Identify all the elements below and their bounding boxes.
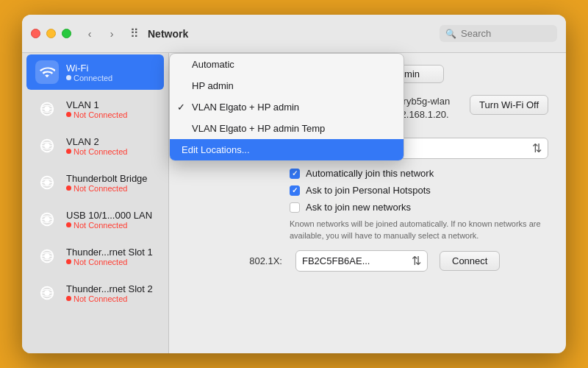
location-dropdown: AutomaticHP adminVLAN Elgato + HP adminV… bbox=[169, 53, 404, 161]
search-icon: 🔍 bbox=[445, 29, 456, 39]
status-text-vlan2: Not Connected bbox=[74, 147, 127, 156]
network-preferences-window: ‹ › ⠿ Network 🔍 Wi-FiConnectedVLAN 1Not … bbox=[22, 15, 566, 353]
sidebar-item-thunderbolt[interactable]: Thunderbolt BridgeNot Connected bbox=[26, 165, 164, 200]
auto-join-checkbox[interactable] bbox=[290, 169, 300, 179]
status-dot-vlan2 bbox=[66, 149, 71, 154]
ask-hotspots-checkbox[interactable] bbox=[290, 185, 300, 196]
sidebar-item-status-vlan1: Not Connected bbox=[66, 110, 127, 119]
sidebar-item-info-wifi: Wi-FiConnected bbox=[66, 63, 112, 82]
traffic-lights bbox=[31, 29, 71, 38]
connect-button[interactable]: Connect bbox=[440, 251, 500, 271]
sidebar-item-name-usb: USB 10/1...000 LAN bbox=[66, 210, 152, 221]
ask-hotspots-row: Ask to join Personal Hotspots bbox=[187, 185, 548, 196]
8021x-value: FB2C5FB6AE... bbox=[302, 255, 370, 266]
status-text-thunder2: Not Connected bbox=[74, 294, 127, 303]
ask-hotspots-label[interactable]: Ask to join Personal Hotspots bbox=[290, 185, 431, 196]
ask-new-networks-checkbox[interactable] bbox=[290, 202, 300, 213]
sidebar-item-name-thunder2: Thunder...rnet Slot 2 bbox=[66, 283, 153, 294]
8021x-select[interactable]: FB2C5FB6AE... ⇅ bbox=[295, 250, 428, 272]
status-dot-thunderbolt bbox=[66, 185, 71, 191]
sidebar-item-name-thunder1: Thunder...rnet Slot 1 bbox=[66, 247, 153, 258]
dropdown-item-1[interactable]: HP admin bbox=[170, 75, 404, 96]
network-icon-thunderbolt bbox=[35, 171, 59, 194]
sidebar-item-status-wifi: Connected bbox=[66, 74, 112, 82]
ask-new-networks-row: Ask to join new networks bbox=[187, 202, 548, 213]
known-networks-description: Known networks will be joined automatica… bbox=[187, 219, 548, 241]
maximize-button[interactable] bbox=[62, 29, 71, 38]
ask-new-networks-label[interactable]: Ask to join new networks bbox=[290, 202, 411, 213]
status-dot-usb bbox=[66, 222, 71, 227]
network-icon-wifi bbox=[35, 60, 59, 84]
grid-icon: ⠿ bbox=[130, 26, 139, 40]
status-text-vlan1: Not Connected bbox=[74, 110, 127, 119]
turn-wifi-button[interactable]: Turn Wi-Fi Off bbox=[470, 95, 548, 115]
sidebar-item-thunder1[interactable]: Thunder...rnet Slot 1Not Connected bbox=[26, 238, 164, 274]
network-icon-vlan2 bbox=[35, 134, 59, 158]
forward-button[interactable]: › bbox=[102, 26, 121, 41]
sidebar-item-name-wifi: Wi-Fi bbox=[66, 63, 112, 74]
sidebar-item-status-vlan2: Not Connected bbox=[66, 147, 127, 156]
window-title: Network bbox=[148, 28, 440, 40]
network-icon-thunder1 bbox=[35, 244, 59, 268]
sidebar-item-name-vlan1: VLAN 1 bbox=[66, 99, 127, 110]
auto-join-row: Automatically join this network bbox=[187, 168, 548, 179]
status-dot-thunder2 bbox=[66, 296, 71, 301]
sidebar-item-info-vlan1: VLAN 1Not Connected bbox=[66, 99, 127, 119]
dropdown-item-2[interactable]: VLAN Elgato + HP admin bbox=[170, 96, 404, 118]
network-icon-usb bbox=[35, 208, 59, 231]
sidebar-item-name-thunderbolt: Thunderbolt Bridge bbox=[66, 173, 148, 184]
sidebar-item-usb[interactable]: USB 10/1...000 LANNot Connected bbox=[26, 202, 164, 237]
back-button[interactable]: ‹ bbox=[80, 26, 99, 41]
sidebar-item-status-thunderbolt: Not Connected bbox=[66, 184, 148, 193]
8021x-row: 802.1X: FB2C5FB6AE... ⇅ Connect bbox=[187, 250, 548, 272]
status-text-usb: Not Connected bbox=[74, 221, 127, 230]
sidebar-item-status-thunder1: Not Connected bbox=[66, 258, 153, 266]
search-input[interactable] bbox=[461, 28, 549, 39]
status-dot-wifi bbox=[66, 75, 71, 80]
stepper-icon-2: ⇅ bbox=[412, 254, 421, 268]
sidebar-item-info-thunderbolt: Thunderbolt BridgeNot Connected bbox=[66, 173, 148, 193]
sidebar-item-status-usb: Not Connected bbox=[66, 221, 152, 230]
sidebar-item-name-vlan2: VLAN 2 bbox=[66, 136, 127, 147]
sidebar-item-info-vlan2: VLAN 2Not Connected bbox=[66, 136, 127, 156]
sidebar-item-vlan2[interactable]: VLAN 2Not Connected bbox=[26, 128, 164, 163]
auto-join-label[interactable]: Automatically join this network bbox=[290, 168, 434, 179]
close-button[interactable] bbox=[31, 29, 40, 38]
status-text-thunder1: Not Connected bbox=[74, 258, 127, 266]
status-dot-thunder1 bbox=[66, 259, 71, 264]
status-dot-vlan1 bbox=[66, 112, 71, 117]
sidebar-item-info-thunder2: Thunder...rnet Slot 2Not Connected bbox=[66, 283, 153, 303]
status-text-thunderbolt: Not Connected bbox=[74, 184, 127, 193]
sidebar-item-info-usb: USB 10/1...000 LANNot Connected bbox=[66, 210, 152, 230]
sidebar-item-thunder2[interactable]: Thunder...rnet Slot 2Not Connected bbox=[26, 275, 164, 311]
dropdown-item-3[interactable]: VLAN Elgato + HP admin Temp bbox=[170, 118, 404, 139]
dropdown-item-0[interactable]: Automatic bbox=[170, 54, 404, 75]
minimize-button[interactable] bbox=[46, 29, 56, 38]
dropdown-item-4[interactable]: Edit Locations... bbox=[170, 139, 404, 160]
status-text-wifi: Connected bbox=[74, 74, 112, 82]
titlebar: ‹ › ⠿ Network 🔍 bbox=[22, 15, 566, 53]
nav-buttons: ‹ › bbox=[80, 26, 121, 41]
stepper-icon: ⇅ bbox=[532, 141, 542, 155]
network-icon-thunder2 bbox=[35, 281, 59, 305]
sidebar: Wi-FiConnectedVLAN 1Not ConnectedVLAN 2N… bbox=[22, 53, 169, 353]
search-box[interactable]: 🔍 bbox=[440, 25, 557, 42]
8021x-label: 802.1X: bbox=[187, 255, 282, 266]
sidebar-item-vlan1[interactable]: VLAN 1Not Connected bbox=[26, 91, 164, 127]
sidebar-item-status-thunder2: Not Connected bbox=[66, 294, 153, 303]
network-icon-vlan1 bbox=[35, 97, 59, 121]
sidebar-item-wifi[interactable]: Wi-FiConnected bbox=[26, 54, 164, 90]
sidebar-item-info-thunder1: Thunder...rnet Slot 1Not Connected bbox=[66, 247, 153, 266]
